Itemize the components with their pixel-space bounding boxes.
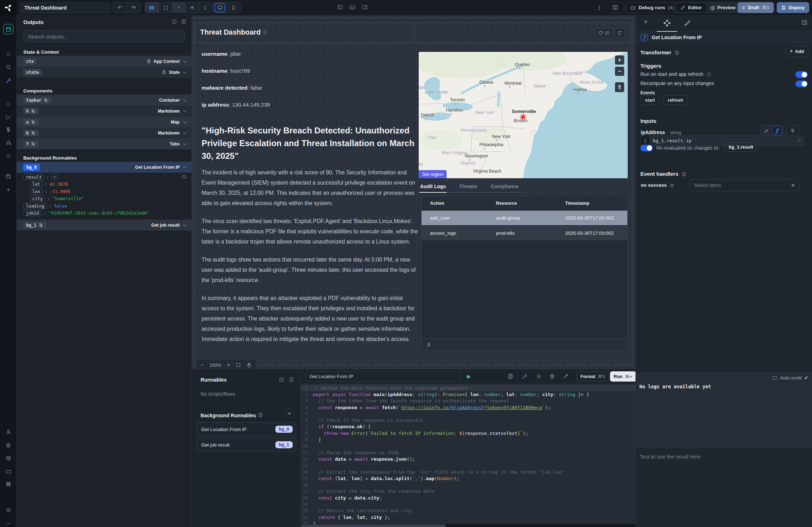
chevron-down-icon[interactable] bbox=[183, 120, 187, 123]
expand-canvas-button[interactable] bbox=[159, 2, 173, 13]
ai-wand-nav-item[interactable] bbox=[0, 78, 17, 83]
search-nav-item[interactable] bbox=[0, 64, 17, 70]
folders-nav-item[interactable] bbox=[0, 469, 17, 474]
editor-mode-tab[interactable]: Editor bbox=[676, 3, 706, 12]
scrollbar-thumb[interactable] bbox=[301, 525, 446, 527]
runnable-item-bg_0[interactable]: Get Location From IPbg_0 bbox=[196, 422, 296, 436]
json-field-loading[interactable]: loading:false bbox=[17, 202, 192, 210]
sidebar-row-bg0[interactable]: bg_0 Get Location From IP bbox=[17, 162, 192, 173]
grid-nav-item[interactable] bbox=[0, 481, 17, 487]
download-icon[interactable] bbox=[426, 342, 431, 347]
json-field-jobId[interactable]: jobId:"0199390f-2843-ceac-dc03-cf8b242a1… bbox=[17, 210, 192, 217]
runnable-item-bg_1[interactable]: Get job resultbg_1 bbox=[196, 438, 296, 452]
map-marker[interactable] bbox=[521, 115, 525, 119]
audit-logs-table[interactable]: ActionResourceTimestamp add_useraudit-gr… bbox=[421, 196, 628, 351]
add-runnable-button[interactable]: + bbox=[285, 409, 294, 418]
code-line[interactable]: 5 bbox=[301, 411, 635, 417]
event-badge-start[interactable]: start bbox=[640, 95, 659, 105]
collapse-right-panel-icon[interactable] bbox=[801, 19, 807, 25]
code-line[interactable]: 8 throw new Error(`Failed to fetch IP in… bbox=[301, 430, 635, 436]
tab-compliance[interactable]: Compliance bbox=[490, 181, 519, 192]
cache-icon[interactable] bbox=[508, 373, 513, 379]
auto-scroll-checkbox[interactable]: ✓ bbox=[804, 375, 808, 381]
apps-nav-item[interactable] bbox=[3, 24, 13, 34]
doc-panel-icon[interactable] bbox=[289, 377, 294, 382]
output-key-ctx[interactable]: ctx bbox=[23, 58, 37, 65]
chevron-down-icon[interactable] bbox=[183, 109, 187, 112]
input-expression-editor[interactable]: 1 bg_1.result.ip bbox=[640, 136, 804, 146]
theme-auto-button[interactable]: ◔ bbox=[172, 2, 186, 13]
map-zoom-out-button[interactable]: − bbox=[615, 67, 624, 76]
mobile-view-button[interactable] bbox=[227, 2, 240, 13]
map-component[interactable]: QuébecNew BrunswickOttawaMontréalMaineNo… bbox=[419, 52, 628, 178]
sidebar-row-a[interactable]: aMap bbox=[17, 116, 192, 127]
reeval-toggle[interactable] bbox=[640, 145, 653, 151]
add-transformer-button[interactable]: + Add bbox=[786, 45, 808, 57]
output-key-a[interactable]: a bbox=[23, 119, 38, 125]
chevron-down-icon[interactable] bbox=[183, 142, 187, 145]
run-on-start-toggle[interactable] bbox=[795, 71, 808, 78]
code-line[interactable]: 18 const city = data.city; bbox=[301, 495, 635, 501]
chevron-down-icon[interactable] bbox=[183, 59, 187, 62]
code-line[interactable]: 4 const response = await fetch(`https://… bbox=[301, 404, 635, 411]
recompute-button[interactable] bbox=[615, 28, 625, 37]
tab-threats[interactable]: Threats bbox=[459, 181, 478, 192]
sidebar-row-ctx[interactable]: ctxApp Context bbox=[17, 56, 192, 67]
toggle-right-panel-button[interactable] bbox=[362, 4, 368, 10]
sidebar-row-bg_1[interactable]: bg_1Get job result bbox=[17, 220, 192, 230]
components-settings-tab[interactable] bbox=[663, 19, 671, 27]
runnable-name-input[interactable] bbox=[306, 371, 460, 382]
host-info-markdown[interactable]: username: jdoehostname: host789malware d… bbox=[202, 51, 413, 119]
table-row[interactable]: access_logsprod-k8s2025-03-30T17:03:00Z bbox=[422, 226, 627, 241]
code-area[interactable]: 1// Define the main function with the re… bbox=[301, 385, 635, 527]
expand-expr-icon[interactable] bbox=[797, 139, 804, 143]
code-line[interactable]: 10 bbox=[301, 443, 635, 449]
insert-tab[interactable]: + bbox=[644, 18, 648, 26]
preview-mode-tab[interactable]: ◎ Preview bbox=[706, 3, 740, 12]
calendar-nav-item[interactable] bbox=[0, 174, 17, 179]
incident-heading[interactable]: "High-Risk Security Breach Detected: Una… bbox=[202, 124, 419, 163]
search-outputs-input[interactable] bbox=[23, 30, 185, 42]
debug-runs-button[interactable]: Debug runs (4) bbox=[626, 2, 679, 13]
chevron-down-icon[interactable] bbox=[183, 131, 187, 134]
schedules-nav-item[interactable]: ◇ bbox=[0, 152, 17, 159]
collapse-all-icon[interactable] bbox=[172, 19, 177, 24]
app-title-input[interactable] bbox=[20, 2, 110, 13]
home-nav-item[interactable]: ⌂ bbox=[0, 100, 17, 107]
ai-assist-icon[interactable] bbox=[522, 373, 527, 379]
recent-nav-item[interactable] bbox=[0, 507, 17, 513]
code-line[interactable]: 13 bbox=[301, 462, 635, 469]
json-field-lon[interactable]: lon:-71.0995 bbox=[17, 188, 192, 195]
sidebar-row-f[interactable]: fTabs bbox=[17, 138, 192, 149]
output-key-f[interactable]: f bbox=[23, 141, 38, 147]
desktop-view-button[interactable] bbox=[213, 2, 227, 13]
refresh-app-button[interactable]: (2) bbox=[596, 28, 613, 37]
fit-view-button[interactable] bbox=[236, 363, 241, 367]
code-line[interactable]: 11 // Parse the response as JSON bbox=[301, 449, 635, 456]
align-zero-button[interactable]: |0| bbox=[145, 2, 159, 13]
map-zoom-in-button[interactable]: + bbox=[615, 55, 624, 65]
expand-logs-icon[interactable] bbox=[772, 376, 777, 380]
collapse-panel-icon[interactable] bbox=[279, 377, 284, 382]
sidebar-row-b[interactable]: bMarkdown bbox=[17, 127, 192, 138]
code-line[interactable]: 1// Define the main function with the re… bbox=[301, 385, 635, 391]
map-locate-button[interactable]: ⇧ bbox=[615, 82, 624, 92]
sidebar-row-h[interactable]: hMarkdown bbox=[17, 106, 192, 116]
run-button[interactable]: Run ⌘↵ bbox=[610, 371, 636, 382]
undo-button[interactable]: ↶ bbox=[113, 2, 127, 13]
chevron-down-icon[interactable] bbox=[183, 98, 187, 101]
collapse-toggle[interactable]: − bbox=[51, 174, 58, 180]
code-line[interactable]: 15 const [lat, lon] = data.loc.split(','… bbox=[301, 475, 635, 481]
workers-nav-item[interactable] bbox=[0, 455, 17, 461]
styling-tab[interactable] bbox=[684, 19, 691, 26]
code-line[interactable]: 19 bbox=[301, 501, 635, 507]
output-key-bg_1[interactable]: bg_1 bbox=[23, 222, 46, 228]
format-button[interactable]: Format ⌘S bbox=[576, 371, 609, 382]
code-line[interactable]: 21 return { lon, lat, city }; bbox=[301, 514, 635, 520]
output-key-h[interactable]: h bbox=[23, 108, 38, 114]
output-key-topbar[interactable]: topbar bbox=[23, 97, 51, 103]
variables-nav-item[interactable]: $ bbox=[0, 127, 17, 133]
code-line[interactable]: 16 bbox=[301, 481, 635, 488]
app-canvas[interactable]: Threat Dashboard ⓘ (2) username: jdoehos… bbox=[192, 16, 635, 369]
list-view-icon[interactable] bbox=[181, 19, 186, 24]
